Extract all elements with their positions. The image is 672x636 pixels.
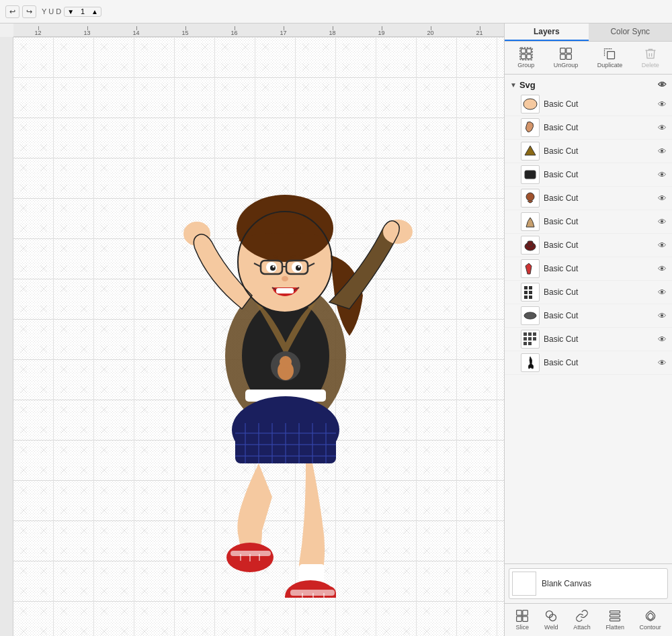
layer-item[interactable]: Basic Cut 👁 — [505, 304, 672, 328]
layer-eye-6[interactable]: 👁 — [658, 217, 667, 227]
layer-name-6: Basic Cut — [544, 217, 654, 226]
layer-actions-5: 👁 — [658, 193, 667, 203]
weld-label: Weld — [544, 624, 558, 631]
svg-line-84 — [522, 615, 523, 617]
contour-button[interactable]: Contour — [637, 607, 664, 633]
svg-point-27 — [273, 266, 275, 268]
layer-item[interactable]: Basic Cut 👁 — [505, 281, 672, 304]
layer-item[interactable]: Basic Cut 👁 — [505, 257, 672, 281]
flatten-button[interactable]: Flatten — [603, 607, 627, 633]
stepper-down[interactable]: ▼ — [65, 7, 77, 16]
ungroup-button[interactable]: UnGroup — [550, 45, 583, 71]
svg-rect-52 — [521, 54, 526, 59]
layer-eye-10[interactable]: 👁 — [658, 311, 667, 321]
svg-rect-30 — [276, 288, 294, 293]
layer-eye-1[interactable]: 👁 — [658, 99, 667, 109]
layer-item[interactable]: Basic Cut 👁 — [505, 187, 672, 210]
layer-eye-9[interactable]: 👁 — [658, 287, 667, 298]
ruler-tick: 16 — [230, 30, 237, 36]
layer-item[interactable]: Basic Cut 👁 — [505, 93, 672, 116]
ruler-tick: 20 — [427, 30, 433, 36]
layer-actions-1: 👁 — [658, 99, 667, 109]
svg-point-31 — [183, 222, 210, 246]
layer-item[interactable]: Basic Cut 👁 — [505, 116, 672, 140]
layer-thumb-10 — [521, 306, 540, 325]
canvas-grid[interactable] — [13, 37, 504, 636]
svg-rect-57 — [560, 54, 566, 60]
layer-eye-8[interactable]: 👁 — [658, 264, 667, 274]
svg-rect-75 — [523, 337, 527, 340]
contour-label: Contour — [640, 624, 661, 631]
slice-button[interactable]: Slice — [513, 607, 532, 633]
layer-actions-2: 👁 — [658, 123, 667, 133]
attach-button[interactable]: Attach — [571, 607, 593, 633]
tab-color-sync[interactable]: Color Sync — [589, 24, 673, 41]
layer-item[interactable]: Basic Cut 👁 — [505, 210, 672, 234]
tab-layers[interactable]: Layers — [505, 24, 589, 41]
layer-item[interactable]: Basic Cut 👁 — [505, 234, 672, 257]
blank-canvas-thumb — [512, 572, 536, 596]
ruler-tick: 18 — [329, 30, 335, 36]
svg-point-29 — [282, 276, 288, 281]
ruler-tick: 19 — [378, 30, 384, 36]
layer-item[interactable]: Basic Cut 👁 — [505, 328, 672, 351]
svg-rect-65 — [524, 286, 528, 289]
layer-eye-12[interactable]: 👁 — [658, 358, 667, 368]
svg-rect-70 — [529, 296, 532, 299]
quantity-stepper: ▼ 1 ▲ — [64, 7, 101, 17]
svg-group-header[interactable]: ▼ Svg 👁 — [505, 77, 672, 93]
layer-thumb-5 — [521, 189, 540, 208]
delete-button[interactable]: Delete — [638, 45, 663, 71]
svg-point-62 — [526, 193, 534, 201]
ruler-tick: 12 — [34, 30, 41, 36]
layer-actions-8: 👁 — [658, 264, 667, 274]
layer-eye-11[interactable]: 👁 — [658, 334, 667, 345]
layer-name-2: Basic Cut — [544, 123, 654, 132]
svg-group-eye[interactable]: 👁 — [658, 80, 667, 90]
svg-rect-79 — [528, 342, 532, 345]
svg-rect-64 — [528, 241, 533, 246]
svg-point-28 — [298, 266, 300, 268]
layer-thumb-6 — [521, 212, 540, 231]
bottom-toolbar: Slice Weld Attach — [505, 603, 672, 636]
layer-name-9: Basic Cut — [544, 287, 654, 297]
svg-rect-74 — [533, 332, 536, 336]
blank-canvas-item[interactable]: Blank Canvas — [509, 568, 668, 599]
svg-rect-89 — [610, 619, 620, 621]
svg-rect-88 — [610, 615, 620, 617]
svg-rect-87 — [610, 611, 620, 613]
layer-item[interactable]: Basic Cut 👁 — [505, 140, 672, 163]
collapse-arrow: ▼ — [510, 81, 517, 89]
layer-eye-2[interactable]: 👁 — [658, 123, 667, 133]
layer-name-11: Basic Cut — [544, 334, 654, 344]
weld-button[interactable]: Weld — [542, 607, 560, 633]
layer-eye-7[interactable]: 👁 — [658, 240, 667, 251]
layer-thumb-12 — [521, 353, 540, 372]
layer-item[interactable]: Basic Cut 👁 — [505, 351, 672, 375]
undo-button[interactable]: ↩ — [5, 5, 19, 18]
svg-rect-59 — [607, 52, 615, 59]
layer-thumb-8 — [521, 259, 540, 278]
redo-button[interactable]: ↪ — [22, 5, 36, 18]
layer-eye-3[interactable]: 👁 — [658, 146, 667, 156]
group-button[interactable]: Group — [513, 45, 538, 71]
layer-eye-4[interactable]: 👁 — [658, 170, 667, 180]
slice-label: Slice — [516, 624, 530, 631]
ruler-tick: 13 — [83, 30, 90, 36]
svg-rect-67 — [524, 291, 528, 294]
layer-actions-10: 👁 — [658, 311, 667, 321]
layer-item[interactable]: Basic Cut 👁 — [505, 163, 672, 187]
layer-eye-5[interactable]: 👁 — [658, 193, 667, 203]
layer-tree: ▼ Svg 👁 Basic Cut 👁 Basic Cut — [505, 75, 672, 563]
duplicate-button[interactable]: Duplicate — [593, 45, 627, 71]
toolbar-label: Y U D — [42, 7, 61, 15]
svg-rect-42 — [290, 590, 335, 596]
layer-name-1: Basic Cut — [544, 99, 654, 109]
layer-name-5: Basic Cut — [544, 193, 654, 203]
ungroup-label: UnGroup — [554, 62, 579, 69]
svg-rect-66 — [529, 286, 532, 289]
panel-tabs: Layers Color Sync — [505, 24, 672, 42]
svg-rect-56 — [566, 48, 572, 54]
stepper-up[interactable]: ▲ — [89, 7, 101, 16]
attach-label: Attach — [573, 624, 591, 631]
